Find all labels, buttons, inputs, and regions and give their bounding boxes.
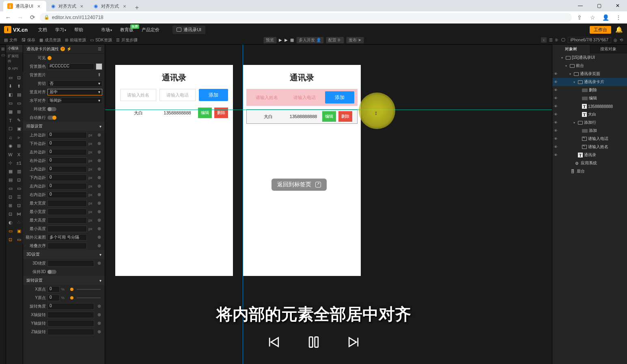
tree-node[interactable]: ⚙应用系统 — [552, 159, 627, 167]
component-icon[interactable]: ☐ — [6, 125, 15, 133]
close-button[interactable]: ✕ — [608, 0, 627, 11]
slider-thumb[interactable] — [70, 296, 73, 299]
component-icon[interactable]: ▣ — [15, 125, 23, 133]
expand-icon[interactable]: ▾ — [573, 80, 577, 84]
margin-input[interactable]: 0 — [47, 140, 87, 147]
component-icon[interactable]: ▥ — [15, 167, 23, 176]
phone-input[interactable]: 请输入电话 — [159, 89, 196, 101]
margin-input[interactable]: 0 — [47, 183, 87, 190]
profile-icon[interactable]: 👤 — [600, 12, 611, 23]
tree-node[interactable]: 👁T大白 — [552, 110, 627, 118]
margin-input[interactable]: 多个可用 号分隔 — [47, 234, 87, 241]
phone-preview-right[interactable]: 通讯录 请输入姓名 请输入电话 添加 大白 13588888888 编辑 删除 — [243, 65, 361, 276]
link-icon[interactable]: ⊗ — [96, 303, 102, 310]
visibility-icon[interactable]: 👁 — [554, 96, 559, 100]
visibility-icon[interactable]: 👁 — [554, 137, 559, 141]
component-icon[interactable]: ♫ — [6, 133, 15, 142]
component-icon[interactable]: ⊞ — [15, 108, 23, 116]
component-icon[interactable]: ⊡ — [6, 193, 15, 201]
visibility-icon[interactable]: 👁 — [554, 112, 559, 116]
reload-button[interactable]: ⟳ — [28, 13, 37, 22]
visibility-icon[interactable]: 👁 — [554, 145, 559, 149]
auto-wrap-switch[interactable] — [47, 116, 56, 120]
y-origin-input[interactable]: 0 — [47, 295, 60, 301]
expand-icon[interactable]: ▾ — [569, 72, 573, 76]
3d-section[interactable]: 3D设置▾ — [23, 250, 105, 259]
component-icon[interactable]: ✎ — [15, 116, 23, 125]
link-icon[interactable]: ⊗ — [96, 329, 102, 335]
new-tab-button[interactable]: + — [132, 4, 142, 11]
wrap-width-switch[interactable] — [47, 107, 56, 111]
component-icon[interactable]: ▹ — [15, 133, 23, 142]
component-icon[interactable]: ⬇ — [6, 82, 15, 90]
component-icon[interactable]: ⊞ — [6, 201, 15, 210]
column-icon[interactable]: ⊪ — [555, 38, 559, 42]
component-icon[interactable]: ▭ — [15, 99, 23, 108]
component-icon[interactable]: ⊹ — [6, 159, 15, 167]
component-icon[interactable]: ▤ — [6, 176, 15, 184]
tree-node[interactable]: 👁▾添加行 — [552, 118, 627, 127]
component-icon[interactable]: ▭ — [6, 184, 15, 193]
tree-tab-search[interactable]: 搜索对象 — [590, 45, 627, 54]
close-icon[interactable]: × — [121, 3, 128, 9]
component-icon[interactable]: ⊡ — [15, 176, 23, 184]
margin-input[interactable]: 0 — [47, 157, 87, 164]
component-icon[interactable]: ◉ — [6, 142, 15, 150]
bell-icon[interactable]: 🔔 — [615, 26, 623, 33]
target-icon[interactable]: ◎ — [614, 38, 617, 42]
next-button[interactable] — [344, 332, 363, 352]
expand-icon[interactable]: ▾ — [561, 56, 565, 60]
cat-api[interactable]: ⚙API — [6, 65, 23, 72]
component-icon[interactable]: ⬆ — [15, 82, 23, 90]
margin-input[interactable] — [47, 243, 87, 249]
color-swatch[interactable] — [96, 63, 102, 70]
x-origin-input[interactable]: 0 — [47, 286, 60, 293]
file-menu[interactable]: ▤文件 — [4, 37, 17, 43]
margin-input[interactable] — [47, 200, 87, 207]
publish-button[interactable]: 发布➤ — [346, 37, 364, 43]
project-tab[interactable]: 通讯录UI — [172, 26, 205, 34]
play-icon[interactable]: ▶ — [279, 38, 282, 42]
menu-edu[interactable]: 教育版免费 — [117, 27, 137, 33]
component-icon[interactable]: ▤ — [15, 90, 23, 99]
y-rot-input[interactable] — [47, 320, 94, 327]
members-button[interactable]: ▦成员资源 — [39, 37, 61, 43]
visibility-icon[interactable]: 👁 — [554, 80, 559, 84]
cat-modules[interactable]: 小模块 — [6, 45, 23, 52]
forward-button[interactable]: → — [15, 13, 25, 22]
component-icon[interactable]: ▦ — [6, 167, 15, 176]
menu-icon[interactable]: ⋮ — [613, 12, 624, 23]
rotate-section[interactable]: 旋转设置▾ — [23, 276, 105, 285]
link-icon[interactable]: ⊗ — [96, 209, 102, 215]
play-alt-icon[interactable]: ▶ — [284, 38, 288, 42]
tree-tab-objects[interactable]: 对象树 — [552, 45, 590, 54]
maximize-button[interactable]: ▢ — [590, 0, 608, 11]
component-icon[interactable]: ▣ — [15, 227, 23, 235]
link-icon[interactable]: ⊗ — [96, 192, 102, 198]
sdk-res-button[interactable]: ▭SDK资源 — [90, 37, 112, 43]
margin-input[interactable]: 0 — [47, 132, 87, 138]
url-input[interactable]: 🔒editor.ivx.cn/#11240718 — [40, 13, 572, 22]
component-icon[interactable]: ⊞ — [15, 142, 23, 150]
close-icon[interactable]: × — [36, 3, 42, 9]
browser-tab[interactable]: ◉对齐方式× — [89, 1, 132, 11]
link-icon[interactable]: ⊗ — [96, 217, 102, 224]
component-icon[interactable]: ±1 — [15, 159, 23, 167]
link-icon[interactable]: ⊗ — [96, 320, 102, 327]
add-button[interactable]: 添加 — [199, 89, 228, 101]
menu-icon[interactable]: ☰ — [98, 47, 101, 51]
link-icon[interactable]: ⊗ — [96, 149, 102, 155]
link-icon[interactable]: ⊗ — [96, 174, 102, 181]
link-icon[interactable]: ⊗ — [96, 260, 102, 267]
tree-node[interactable]: ▾前台 — [552, 62, 627, 70]
delete-button[interactable]: 删除 — [214, 108, 228, 118]
component-icon[interactable]: ▭ — [15, 235, 23, 244]
margin-input[interactable] — [47, 217, 87, 224]
link-icon[interactable]: ⊗ — [96, 157, 102, 164]
close-icon[interactable]: × — [79, 3, 85, 9]
component-icon[interactable]: W — [6, 150, 15, 159]
link-icon[interactable]: ⊗ — [96, 243, 102, 249]
return-to-tab-pill[interactable]: 返回到标签页 — [271, 179, 327, 191]
device-icon[interactable]: 🖵 — [561, 38, 565, 42]
3d-depth-input[interactable] — [47, 260, 94, 267]
